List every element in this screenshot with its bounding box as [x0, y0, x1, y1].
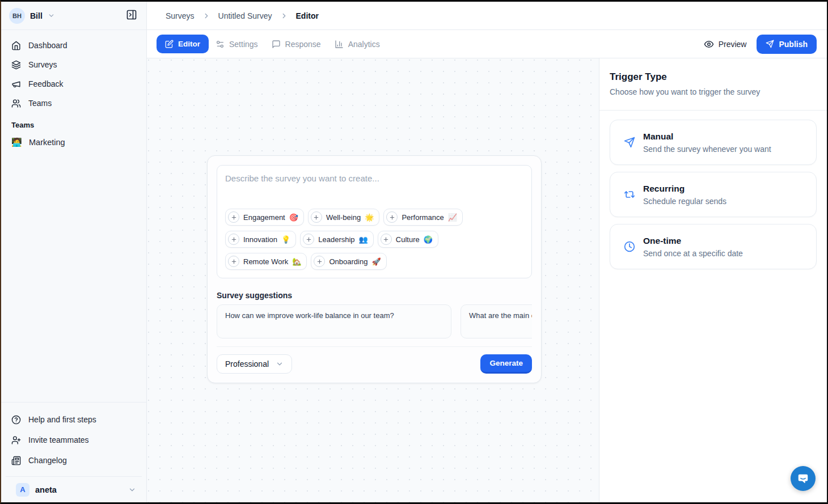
home-icon	[11, 41, 21, 50]
chevron-right-icon	[202, 12, 210, 20]
team-emoji: 🧑‍💻	[11, 137, 22, 147]
sidebar-item-label: Dashboard	[28, 41, 67, 50]
topic-chip-emoji: 🎯	[289, 213, 298, 222]
sidebar-item-invite[interactable]: Invite teammates	[6, 430, 142, 450]
sidebar-item-help[interactable]: Help and first steps	[6, 409, 142, 430]
preview-label: Preview	[719, 40, 747, 49]
topic-chip-emoji: 📈	[448, 213, 457, 222]
bar-chart-icon	[335, 40, 344, 49]
topic-chip-emoji: 👥	[359, 235, 368, 244]
sidebar-item-teams[interactable]: Teams	[6, 94, 142, 113]
topic-chip-culture[interactable]: Culture 🌍	[378, 231, 438, 248]
trigger-option-recurring[interactable]: Recurring Schedule regular sends	[610, 172, 817, 217]
topic-chip-emoji: 🌍	[424, 235, 433, 244]
generate-button[interactable]: Generate	[480, 354, 532, 374]
topic-chip-emoji: 🌟	[365, 213, 374, 222]
sidebar-item-label: Teams	[28, 99, 52, 108]
sidebar-item-surveys[interactable]: Surveys	[6, 55, 142, 74]
topic-chip-label: Innovation	[243, 235, 277, 244]
topic-chip-label: Onboarding	[329, 257, 367, 266]
breadcrumb-survey-name[interactable]: Untitled Survey	[218, 11, 272, 20]
suggestions-row: How can we improve work-life balance in …	[217, 304, 532, 338]
breadcrumb-current: Editor	[296, 11, 319, 20]
trigger-option-description: Send once at a specific date	[643, 249, 743, 258]
sidebar: BH Bill Dashboard	[1, 2, 147, 502]
tab-analytics[interactable]: Analytics	[328, 35, 387, 53]
repeat-icon	[624, 189, 635, 200]
plus-icon	[314, 256, 325, 267]
main-area: Surveys Untitled Survey Editor Editor	[147, 2, 827, 502]
tone-select[interactable]: Professional	[217, 354, 292, 374]
trigger-option-manual[interactable]: Manual Send the survey whenever you want	[610, 120, 817, 165]
workspace-switcher[interactable]: BH Bill	[9, 8, 55, 24]
topic-chip-performance[interactable]: Performance 📈	[383, 209, 463, 226]
sidebar-item-feedback[interactable]: Feedback	[6, 74, 142, 94]
trigger-option-text: Manual Send the survey whenever you want	[643, 132, 771, 154]
topic-chip-label: Culture	[396, 235, 420, 244]
breadcrumb-surveys[interactable]: Surveys	[166, 11, 195, 20]
trigger-option-description: Send the survey whenever you want	[643, 145, 771, 154]
trigger-panel: Trigger Type Choose how you want to trig…	[599, 58, 827, 502]
trigger-option-text: One-time Send once at a specific date	[643, 236, 743, 258]
survey-canvas[interactable]: Engagement 🎯 Well-being 🌟 Performance	[147, 58, 599, 502]
topic-chip-emoji: 🏡	[292, 257, 301, 266]
tab-settings[interactable]: Settings	[209, 35, 265, 53]
chevron-right-icon	[280, 12, 288, 20]
send-icon	[624, 137, 635, 148]
chat-launcher-button[interactable]	[791, 466, 816, 491]
preview-button[interactable]: Preview	[704, 39, 747, 49]
trigger-option-title: Recurring	[643, 184, 726, 194]
tab-label: Analytics	[348, 40, 380, 49]
editor-toolbar: Editor Settings Response Analytics	[147, 30, 827, 58]
message-icon	[272, 40, 281, 49]
trigger-option-one-time[interactable]: One-time Send once at a specific date	[610, 224, 817, 269]
topic-chip-label: Remote Work	[243, 257, 288, 266]
chevron-down-icon	[48, 12, 55, 19]
publish-button[interactable]: Publish	[757, 35, 817, 54]
publish-label: Publish	[779, 40, 808, 49]
topic-chip-emoji: 💡	[281, 235, 290, 244]
topic-chip-remote-work[interactable]: Remote Work 🏡	[225, 253, 307, 270]
suggestions-title: Survey suggestions	[217, 291, 532, 300]
tab-label: Settings	[229, 40, 258, 49]
plus-icon	[228, 211, 239, 223]
trigger-options: Manual Send the survey whenever you want…	[599, 111, 827, 278]
topic-chip-onboarding[interactable]: Onboarding 🚀	[311, 253, 386, 270]
workspace-avatar: BH	[9, 8, 25, 24]
user-plus-icon	[11, 435, 21, 445]
topic-chip-innovation[interactable]: Innovation 💡	[225, 231, 296, 248]
composer-footer: Professional Generate	[217, 346, 532, 374]
users-icon	[11, 99, 21, 108]
sliders-icon	[216, 40, 225, 49]
sidebar-item-label: Changelog	[28, 456, 67, 465]
sidebar-team-marketing[interactable]: 🧑‍💻 Marketing	[6, 133, 142, 152]
team-name: Marketing	[29, 138, 65, 147]
plus-icon	[386, 211, 398, 223]
send-icon	[766, 40, 774, 48]
newspaper-icon	[11, 456, 21, 465]
topic-chip-engagement[interactable]: Engagement 🎯	[225, 209, 304, 226]
topic-chip-emoji: 🚀	[371, 257, 381, 266]
trigger-panel-subtitle: Choose how you want to trigger the surve…	[610, 87, 817, 96]
plus-icon	[381, 234, 392, 245]
survey-description-input[interactable]	[225, 173, 523, 209]
tab-response[interactable]: Response	[265, 35, 328, 53]
chat-bubble-icon	[797, 472, 809, 485]
toolbar-actions: Preview Publish	[704, 35, 817, 54]
collapse-sidebar-button[interactable]	[124, 7, 140, 24]
app-window: BH Bill Dashboard	[0, 0, 828, 504]
help-circle-icon	[11, 415, 21, 425]
suggestion-card[interactable]: What are the main ob	[461, 304, 532, 338]
topic-chip-leadership[interactable]: Leadership 👥	[300, 231, 374, 248]
prompt-box: Engagement 🎯 Well-being 🌟 Performance	[217, 165, 532, 278]
user-menu[interactable]: A aneta	[6, 476, 142, 502]
tab-editor[interactable]: Editor	[157, 35, 209, 53]
sidebar-item-changelog[interactable]: Changelog	[6, 450, 142, 471]
plus-icon	[311, 211, 322, 223]
topic-chip-wellbeing[interactable]: Well-being 🌟	[308, 209, 379, 226]
trigger-option-description: Schedule regular sends	[643, 197, 726, 206]
sidebar-item-dashboard[interactable]: Dashboard	[6, 36, 142, 55]
suggestion-card[interactable]: How can we improve work-life balance in …	[217, 304, 451, 338]
user-avatar: A	[16, 483, 29, 497]
topic-chip-label: Leadership	[318, 235, 354, 244]
